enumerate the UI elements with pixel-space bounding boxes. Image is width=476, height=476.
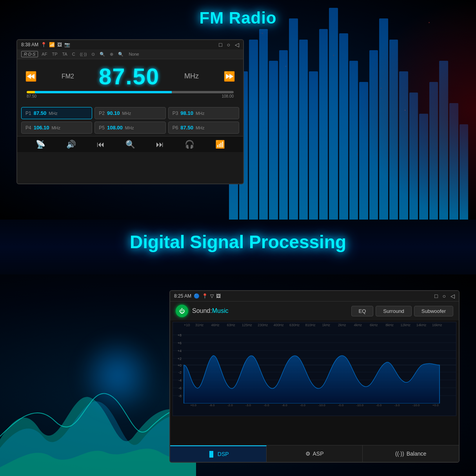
ta-button[interactable]: TA [61, 52, 68, 56]
preset-p5-freq: 108.00 [107, 125, 123, 131]
freq-labels-top: +10 31Hz 46Hz 63Hz 125Hz 230Hz 400Hz 630… [173, 322, 456, 327]
dsp-bluetooth-icon: 🔵 [194, 293, 200, 299]
c-button[interactable]: C [71, 52, 76, 56]
preset-p2[interactable]: P2 90.10 MHz [94, 107, 165, 119]
preset-p6[interactable]: P6 87.50 MHz [168, 122, 239, 134]
preset-p6-num: P6 [173, 125, 178, 131]
preset-p5[interactable]: P5 108.00 MHz [94, 122, 165, 134]
tab-surround[interactable]: Surround [376, 306, 411, 316]
preset-p4-unit: MHz [51, 125, 60, 130]
search-button[interactable]: 🔍 [98, 52, 106, 57]
y-label-top: +10 [184, 323, 190, 327]
circle-dot-button[interactable]: ⊙ [90, 52, 96, 57]
preset-p1-freq: 87.50 [34, 110, 47, 116]
dsp-circle-icon: ○ [443, 293, 446, 299]
svg-text:-6: -6 [178, 386, 182, 390]
asp-icon: ⚙ [305, 451, 311, 457]
cast-icon[interactable]: 📡 [36, 140, 45, 149]
next-button[interactable]: ⏩ [223, 71, 235, 82]
preset-p4-freq: 106.10 [34, 125, 49, 131]
dsp-location-icon: 📍 [202, 293, 208, 299]
preset-p4[interactable]: P4 106.10 MHz [21, 122, 92, 134]
tab-subwoofer[interactable]: Subwoofer [414, 306, 453, 316]
dsp-section-title: Digital Signal Processing [130, 231, 346, 253]
dsp-square-icon: □ [434, 293, 438, 299]
fm-band: FM2 [62, 73, 74, 80]
skip-forward-icon[interactable]: ⏭ [156, 140, 164, 149]
sound-text: Sound:Music [192, 307, 229, 314]
circle-icon: ○ [227, 42, 230, 48]
fm-unit: MHz [184, 72, 199, 80]
wifi-icon: 📶 [49, 42, 55, 47]
preset-p5-num: P5 [99, 125, 105, 131]
fm-radio-section: FM Radio 8:38 AM 📍 📶 🖼 📷 □ ○ ◁ R·D·S AF [0, 0, 476, 220]
preset-p3[interactable]: P3 98.10 MHz [168, 107, 239, 119]
fm-slider-area: 87.50 108.00 [25, 91, 235, 98]
preset-p3-freq: 98.10 [180, 110, 193, 116]
volume-icon[interactable]: 🔊 [66, 140, 76, 149]
power-button[interactable]: ⏻ [176, 305, 188, 317]
slider-end: 108.00 [222, 94, 234, 98]
svg-text:-4: -4 [178, 378, 182, 382]
dsp-tabs: EQ Surround Subwoofer [351, 306, 453, 316]
fm-presets: P1 87.50 MHz P2 90.10 MHz P3 98.10 MHz P… [17, 105, 243, 136]
tp-button[interactable]: TP [51, 52, 58, 56]
dsp-sound-label: ⏻ Sound:Music [176, 305, 229, 317]
dsp-screen: 8:25 AM 🔵 📍 ▽ 🖼 □ ○ ◁ ⏻ Sound:Music [169, 290, 460, 463]
svg-text:+0: +0 [178, 363, 182, 367]
fm-slider-track[interactable] [27, 91, 234, 93]
svg-text:+4: +4 [178, 349, 182, 353]
preset-p1[interactable]: P1 87.50 MHz [21, 107, 92, 119]
dsp-bottom-tabs: ▐▌ DSP ⚙ ASP ((·)) Balance [170, 445, 459, 462]
image-icon: 🖼 [57, 42, 62, 47]
fm-radio-screen: 8:38 AM 📍 📶 🖼 📷 □ ○ ◁ R·D·S AF TP TA C (… [16, 39, 244, 184]
fm-frequency: 87.50 [99, 63, 160, 89]
fm-radio-title: FM Radio [200, 9, 277, 27]
preset-p3-num: P3 [173, 111, 178, 116]
bottom-tab-asp[interactable]: ⚙ ASP [267, 445, 363, 462]
headphone-icon[interactable]: 🎧 [185, 140, 194, 149]
svg-text:+6: +6 [178, 341, 182, 345]
search-minus-icon[interactable]: 🔍 [125, 140, 135, 149]
dsp-image-icon: 🖼 [216, 293, 221, 299]
svg-text:-2: -2 [178, 371, 182, 374]
search2-button[interactable]: 🔍 [117, 52, 125, 57]
preset-p2-freq: 90.10 [107, 110, 120, 116]
slider-start: 87.50 [27, 94, 36, 98]
svg-text:-8: -8 [178, 394, 182, 398]
power-icon: ⏻ [179, 308, 185, 314]
dsp-section: 8:25 AM 🔵 📍 ▽ 🖼 □ ○ ◁ ⏻ Sound:Music [0, 274, 476, 476]
fm-main-display: ⏪ FM2 87.50 MHz ⏩ 87.50 108.00 [17, 59, 243, 105]
eq-graph-container: +10 31Hz 46Hz 63Hz 125Hz 230Hz 400Hz 630… [173, 322, 456, 416]
preset-p1-num: P1 [25, 111, 31, 116]
plus-circle-button[interactable]: ⊕ [109, 52, 114, 57]
equalizer-icon[interactable]: 📶 [215, 140, 225, 149]
dsp-header: ⏻ Sound:Music EQ Surround Subwoofer [170, 302, 459, 320]
dsp-time: 8:25 AM [174, 293, 191, 299]
dsp-status-left: 8:25 AM 🔵 📍 ▽ 🖼 [174, 293, 221, 299]
rds-badge[interactable]: R·D·S [21, 51, 38, 57]
skip-back-icon[interactable]: ⏮ [97, 140, 105, 149]
fm-slider-labels: 87.50 108.00 [27, 94, 234, 98]
dsp-status-bar: 8:25 AM 🔵 📍 ▽ 🖼 □ ○ ◁ [170, 291, 459, 302]
preset-p1-unit: MHz [49, 111, 58, 116]
svg-text:+8: +8 [178, 333, 182, 337]
preset-p6-freq: 87.50 [180, 125, 193, 131]
fm-controls: 📡 🔊 ⏮ 🔍 ⏭ 🎧 📶 [17, 136, 243, 152]
preset-p4-num: P4 [25, 125, 31, 131]
location-icon: 📍 [41, 42, 47, 47]
bottom-tab-dsp[interactable]: ▐▌ DSP [170, 445, 267, 462]
eq-bottom-numbers: +0.0 -8.0 -2.0 -3.0 -0.0 -8.0 -0.0 -10.0… [173, 403, 456, 407]
camera-icon: 📷 [64, 42, 70, 47]
svg-text:+2: +2 [178, 357, 182, 361]
bottom-tab-balance[interactable]: ((·)) Balance [363, 445, 459, 462]
none-label: None [129, 52, 139, 56]
preset-p3-unit: MHz [196, 111, 205, 116]
rds-circle-button[interactable]: ((·)) [79, 52, 88, 56]
dsp-title-section: Digital Signal Processing [0, 220, 476, 274]
af-button[interactable]: AF [40, 52, 48, 56]
tab-eq[interactable]: EQ [351, 306, 374, 316]
prev-button[interactable]: ⏪ [25, 71, 37, 82]
preset-p6-unit: MHz [196, 125, 205, 130]
preset-p2-unit: MHz [122, 111, 131, 116]
